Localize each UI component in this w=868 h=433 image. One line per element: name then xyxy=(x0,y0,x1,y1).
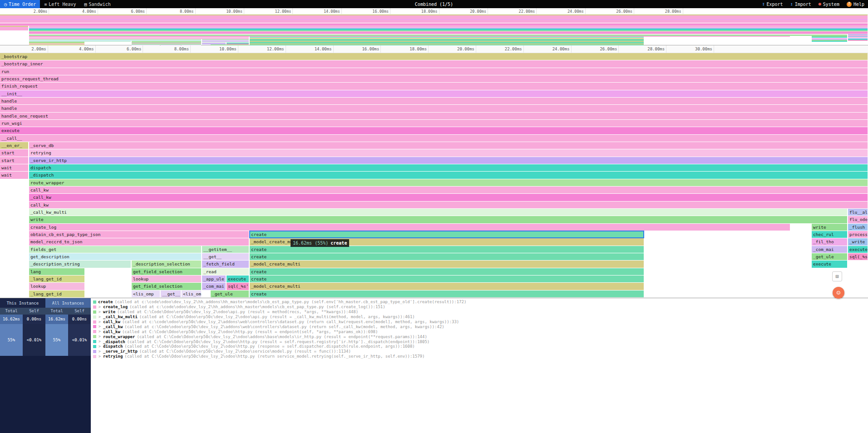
caller-row[interactable]: >_dispatch(called at C:\Code\Odoo\erp50c… xyxy=(93,339,868,344)
frame-get[interactable]: __get__ xyxy=(202,253,249,260)
frame-write[interactable]: _write xyxy=(848,238,868,245)
frame-get-field-selection[interactable]: get_field_selection xyxy=(132,268,201,275)
caller-row[interactable]: >route_wrapper(called at C:\Code\Odoo\er… xyxy=(93,334,868,339)
frame-lang[interactable]: lang xyxy=(29,268,84,275)
caller-row[interactable]: create(called at c:\code\odoo\dev_lsy_2\… xyxy=(93,300,868,305)
frame-run-wsgi[interactable]: run_wsgi xyxy=(0,120,868,127)
frame-handle-one-request[interactable]: handle_one_request xyxy=(0,113,868,119)
frame-dispatch[interactable]: _dispatch xyxy=(29,172,868,178)
help-button[interactable]: ?Help xyxy=(843,0,868,8)
frame-get-ule[interactable]: _get_ule xyxy=(211,290,249,297)
frame-serve-db[interactable]: _serve_db xyxy=(29,142,868,149)
frame-call-kw[interactable]: call_kw xyxy=(29,202,868,208)
flame-chart[interactable]: 2.00ms4.00ms6.00ms8.00ms10.00ms12.00ms14… xyxy=(0,45,868,298)
feedback-button[interactable]: ☺ xyxy=(833,287,844,299)
frame-call-kw[interactable]: call_kw xyxy=(29,187,868,193)
frame-process-request-thread[interactable]: process_request_thread xyxy=(0,75,868,82)
frame-en-er[interactable]: __en_er_ xyxy=(0,142,28,149)
frame-handle[interactable]: handle xyxy=(0,105,868,112)
stats-tab-this-instance[interactable]: This Instance xyxy=(0,298,45,308)
chevron-right-icon: > xyxy=(98,349,101,354)
frame-create[interactable]: create xyxy=(250,253,644,260)
frame-flu-ode[interactable]: flu_ode xyxy=(848,216,868,223)
frame-execute[interactable]: execute xyxy=(227,276,249,282)
caller-row[interactable]: >call_kw(called at c:\code\odoo\erp50c\d… xyxy=(93,320,868,325)
frame-lang-get-id[interactable]: _lang_get_id xyxy=(29,290,84,297)
frame-lookup[interactable]: lookup xyxy=(132,276,201,282)
frame-create-log[interactable]: create_log xyxy=(29,224,790,231)
frame-getitem[interactable]: __getitem__ xyxy=(202,246,249,253)
frame-handle[interactable]: handle xyxy=(0,98,868,104)
caller-row[interactable]: >write(called at C:\Code\Odoo\erp50c\dev… xyxy=(93,310,868,315)
tab-sandwich[interactable]: ▤Sandwich xyxy=(80,0,115,8)
caller-row[interactable]: >retrying(called at C:\Code\Odoo\erp50c\… xyxy=(93,354,868,359)
caller-row[interactable]: >_call_kw(called at c:\Code\odoo\erp50c\… xyxy=(93,324,868,329)
frame-write[interactable]: write xyxy=(812,224,847,231)
frame-fetch-field[interactable]: _fetch_field xyxy=(202,261,249,267)
frame-write[interactable]: write xyxy=(29,216,847,223)
frame-get-ule[interactable]: _get_ule xyxy=(812,253,847,260)
caller-row[interactable]: >_call_kw_multi(called at C:\Code\Odoo\e… xyxy=(93,315,868,320)
frame-call-kw-multi[interactable]: _call_kw_multi xyxy=(29,209,847,216)
frame-flush[interactable]: _flush xyxy=(848,224,868,231)
frame-wait[interactable]: wait xyxy=(0,164,28,171)
frame-dispatch[interactable]: dispatch xyxy=(29,164,868,171)
frame-lis-omp[interactable]: <lis_omp xyxy=(182,290,201,297)
import-button[interactable]: ↥Import xyxy=(787,0,815,8)
caller-row[interactable]: >create_log(called at c:\code\odoo\dev_l… xyxy=(93,305,868,310)
frame-description-selection[interactable]: _description_selection xyxy=(132,261,201,267)
export-button[interactable]: ↧Export xyxy=(758,0,786,8)
caller-row[interactable]: >_serve_ir_http(called at C:\Code\Odoo\e… xyxy=(93,349,868,354)
frame-call-kw[interactable]: _call_kw xyxy=(29,194,868,201)
frame-init[interactable]: __init__ xyxy=(0,90,868,97)
frame-create[interactable]: create xyxy=(250,231,644,238)
frame-create[interactable]: create xyxy=(250,290,644,297)
frame-chec-rul[interactable]: chec_rul xyxy=(812,231,847,238)
frame-lang-get-id[interactable]: _lang_get_id xyxy=(29,276,84,282)
frame-model-create-multi[interactable]: _model_create_multi xyxy=(250,261,644,267)
frame-com-mai[interactable]: _com_mai xyxy=(202,283,226,290)
frame-fields-get[interactable]: fields_get xyxy=(29,246,201,253)
frame-retrying[interactable]: retrying xyxy=(29,149,868,156)
frame-create[interactable]: create xyxy=(250,268,644,275)
frame-com-mai[interactable]: _com_mai xyxy=(812,246,847,253)
frame-read[interactable]: _read xyxy=(202,268,249,275)
frame-serve-ir-http[interactable]: _serve_ir_http xyxy=(29,157,868,164)
tab-time-order[interactable]: ◷Time Order xyxy=(0,0,40,8)
frame-finish-request[interactable]: finish_request xyxy=(0,83,868,89)
frame-start[interactable]: start xyxy=(0,149,28,156)
frame-execute[interactable]: execute xyxy=(0,127,868,134)
frame-bootstrap-inner[interactable]: _bootstrap_inner xyxy=(0,60,868,67)
system-button[interactable]: ●System xyxy=(815,0,843,8)
frame-route-wrapper[interactable]: route_wrapper xyxy=(29,179,868,186)
frame-get[interactable]: __get__ xyxy=(161,290,181,297)
frame-execute[interactable]: execute xyxy=(812,261,847,267)
minimap[interactable]: 2.00ms4.00ms6.00ms8.00ms10.00ms12.00ms14… xyxy=(0,8,868,45)
frame-get-field-selection[interactable]: get_field_selection xyxy=(132,283,201,290)
frame-description-string[interactable]: _description_string xyxy=(29,261,131,267)
frame-sql-s[interactable]: sql(_%s' xyxy=(227,283,249,290)
frame-wait[interactable]: wait xyxy=(0,172,28,178)
frame-execute[interactable]: execute xyxy=(848,246,868,253)
frame-process[interactable]: process xyxy=(848,231,868,238)
frame-lookup[interactable]: lookup xyxy=(29,283,84,290)
frame-flu-al[interactable]: flu__al xyxy=(848,209,868,216)
frame-obtain-cb-est-pap-type-json[interactable]: obtain_cb_est_pap_type_json xyxy=(29,231,249,238)
caller-row[interactable]: >call_kw(called at C:\Code\Odoo\erp50c\d… xyxy=(93,329,868,334)
frame-fil-tho[interactable]: _fil_tho xyxy=(812,238,847,245)
stats-tab-all-instances[interactable]: All Instances xyxy=(45,298,91,308)
frame-model-create-multi[interactable]: _model_create_multi xyxy=(250,283,644,290)
frame-bootstrap[interactable]: _bootstrap xyxy=(0,53,868,60)
frame-lis-omp[interactable]: <lis_omp xyxy=(132,290,160,297)
frame-call[interactable]: __call__ xyxy=(0,135,868,142)
frame-model-reccrd-to-json[interactable]: model_reccrd_to_json xyxy=(29,238,249,245)
caller-row[interactable]: >dispatch(called at C:\Code\Odoo\erp50c\… xyxy=(93,344,868,349)
view-options-button[interactable]: ⊞ xyxy=(832,271,842,281)
frame-app-ule[interactable]: _app_ule xyxy=(202,276,226,282)
frame-create[interactable]: create xyxy=(250,276,644,282)
tab-left-heavy[interactable]: ≡Left Heavy xyxy=(40,0,80,8)
frame-run[interactable]: run xyxy=(0,68,868,75)
frame-sql-s[interactable]: sql(_%s' xyxy=(848,253,868,260)
frame-get-description[interactable]: get_description xyxy=(29,253,201,260)
frame-start[interactable]: start xyxy=(0,157,28,164)
